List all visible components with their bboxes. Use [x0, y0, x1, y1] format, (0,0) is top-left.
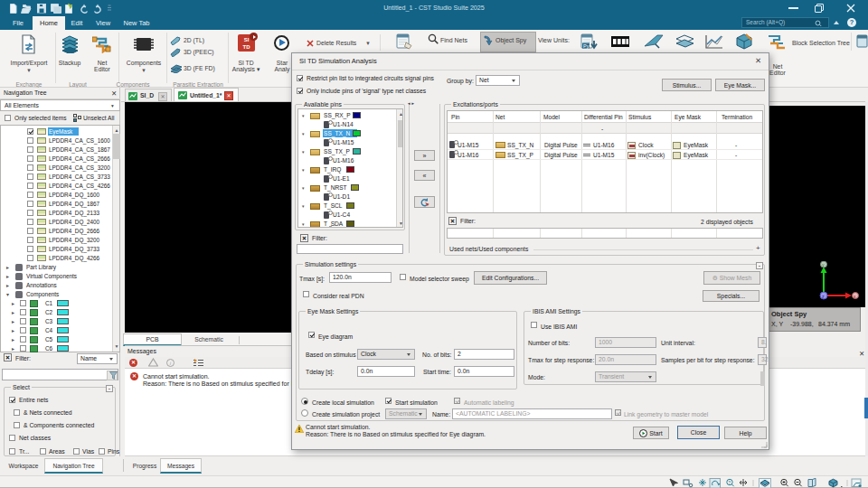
svg-text:Py: Py: [583, 43, 590, 49]
svg-text:?: ?: [729, 481, 731, 485]
